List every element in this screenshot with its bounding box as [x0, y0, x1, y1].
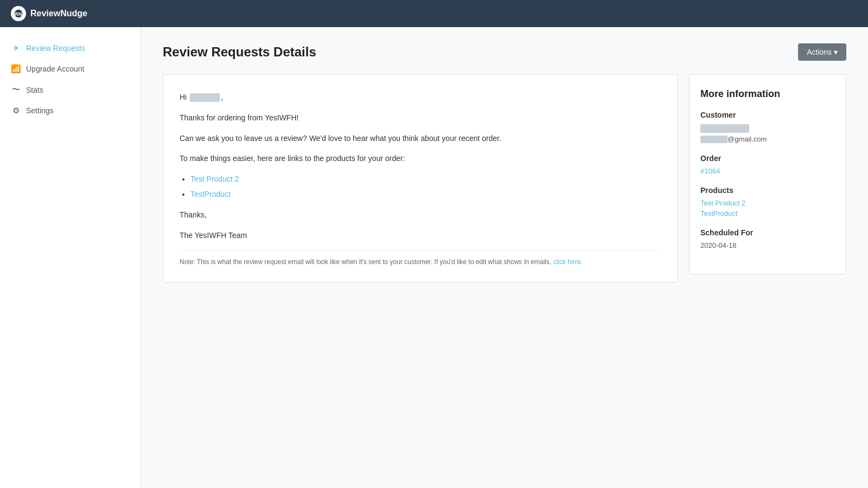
email-signature: The YesIWFH Team: [180, 229, 661, 242]
info-product-1: Test Product 2: [700, 199, 835, 207]
edit-email-link[interactable]: click here: [553, 258, 581, 266]
email-closing: Thanks,: [180, 209, 661, 222]
more-info-card: More information Customer @gmail.com Ord…: [689, 74, 846, 274]
customer-label: Customer: [700, 111, 835, 119]
products-label: Products: [700, 186, 835, 195]
info-product-link-1[interactable]: Test Product 2: [700, 199, 745, 207]
product-link-1[interactable]: Test Product 2: [190, 175, 239, 183]
app-name: ReviewNudge: [30, 9, 87, 18]
sidebar-item-settings[interactable]: ⚙ Settings: [0, 100, 141, 121]
customer-name-redacted: [190, 93, 220, 102]
order-number-value: #1064: [700, 167, 835, 175]
bar-chart-icon: 📶: [11, 64, 21, 74]
email-line1: Thanks for ordering from YesIWFH!: [180, 112, 661, 125]
email-body: Hi , Thanks for ordering from YesIWFH! C…: [180, 91, 661, 242]
sidebar-item-label: Settings: [26, 106, 54, 115]
scheduled-section: Scheduled For 2020-04-18: [700, 228, 835, 249]
stats-icon: 〜: [11, 85, 21, 95]
order-number-link[interactable]: #1064: [700, 167, 720, 175]
customer-name-value: [700, 124, 835, 133]
sidebar-item-upgrade-account[interactable]: 📶 Upgrade Account: [0, 59, 141, 79]
sidebar-item-label: Stats: [26, 86, 43, 94]
list-item: TestProduct: [190, 188, 661, 201]
page-title: Review Requests Details: [163, 44, 316, 60]
page-header: Review Requests Details Actions ▾: [163, 43, 846, 61]
order-label: Order: [700, 154, 835, 163]
layout: ✈ Review Requests 📶 Upgrade Account 〜 St…: [0, 27, 868, 488]
send-icon: ✈: [11, 43, 21, 53]
actions-button[interactable]: Actions ▾: [798, 43, 846, 61]
more-info-heading: More information: [700, 88, 835, 100]
topbar: RN ReviewNudge: [0, 0, 868, 27]
info-product-2: TestProduct: [700, 209, 835, 217]
gear-icon: ⚙: [11, 106, 21, 115]
sidebar-item-review-requests[interactable]: ✈ Review Requests: [0, 38, 141, 59]
svg-text:RN: RN: [15, 11, 22, 17]
sidebar-item-stats[interactable]: 〜 Stats: [0, 79, 141, 100]
scheduled-label: Scheduled For: [700, 228, 835, 237]
email-note: Note: This is what the review request em…: [180, 250, 661, 266]
email-line2: Can we ask you to leave us a review? We'…: [180, 132, 661, 145]
info-product-link-2[interactable]: TestProduct: [700, 209, 738, 217]
sidebar-item-label: Review Requests: [26, 44, 85, 53]
customer-section: Customer @gmail.com: [700, 111, 835, 143]
customer-email-value: @gmail.com: [700, 135, 835, 144]
product-link-2[interactable]: TestProduct: [190, 190, 231, 198]
sidebar: ✈ Review Requests 📶 Upgrade Account 〜 St…: [0, 27, 141, 488]
email-preview-card: Hi , Thanks for ordering from YesIWFH! C…: [163, 74, 678, 282]
customer-email-block: [700, 136, 727, 143]
order-section: Order #1064: [700, 154, 835, 175]
main-content: Review Requests Details Actions ▾ Hi , T…: [141, 27, 868, 488]
sidebar-item-label: Upgrade Account: [26, 65, 84, 73]
list-item: Test Product 2: [190, 173, 661, 186]
app-logo: RN ReviewNudge: [11, 6, 87, 21]
content-area: Hi , Thanks for ordering from YesIWFH! C…: [163, 74, 846, 282]
logo-icon: RN: [11, 6, 26, 21]
scheduled-date-value: 2020-04-18: [700, 241, 835, 249]
products-section: Products Test Product 2 TestProduct: [700, 186, 835, 217]
customer-name-block: [700, 124, 749, 133]
email-line3: To make things easier, here are links to…: [180, 152, 661, 165]
email-products-list: Test Product 2 TestProduct: [190, 173, 661, 201]
email-greeting: Hi ,: [180, 91, 661, 104]
